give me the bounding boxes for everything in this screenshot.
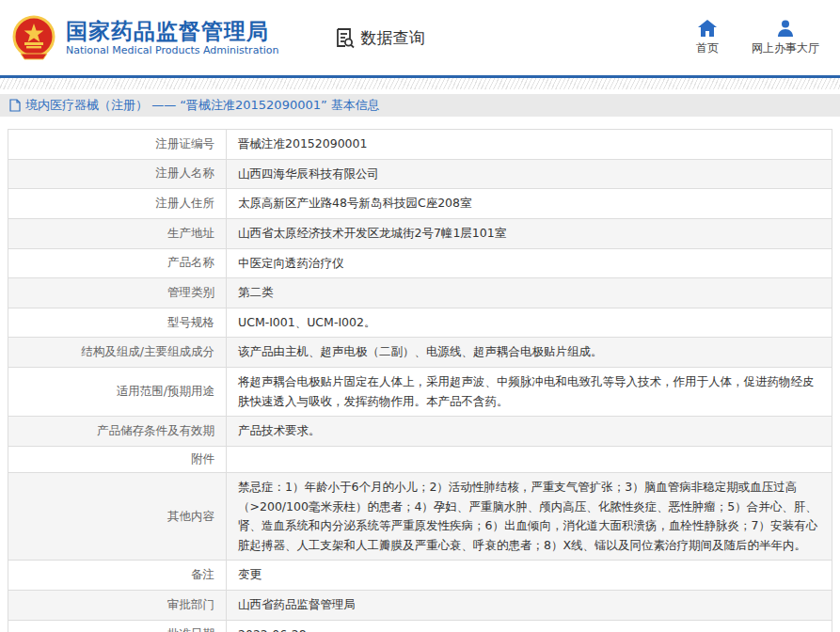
nav-item-service-hall[interactable]: 网上办事大厅 [752,20,819,56]
site-subtitle: National Medical Products Administration [66,44,278,56]
table-row: 批准日期2022-06-28 [8,620,832,632]
row-label: 注册人住所 [8,189,227,219]
table-row: 注册证编号晋械注准20152090001 [8,130,832,160]
breadcrumb-text: 境内医疗器械（注册） —— “晋械注准20152090001” 基本信息 [25,97,380,114]
row-label: 备注 [8,561,227,591]
table-row: 产品储存条件及有效期产品技术要求。 [8,417,832,447]
document-icon [9,99,21,112]
row-value: 太原高新区产业路48号新岛科技园C座208室 [227,189,832,219]
data-query-icon [333,26,356,49]
data-query-label: 数据查询 [360,27,424,49]
site-title: 国家药品监督管理局 [66,19,278,43]
data-query-entry[interactable]: 数据查询 [333,26,424,49]
brand-block: 国家药品监督管理局 National Medical Products Admi… [66,19,278,56]
row-label: 批准日期 [8,620,227,632]
table-row: 产品名称中医定向透药治疗仪 [8,248,832,278]
row-label: 产品名称 [8,248,227,278]
top-nav: 首页 网上办事大厅 [691,20,825,56]
table-row: 附件 [8,446,832,472]
row-value: 中医定向透药治疗仪 [227,248,832,278]
row-value [227,446,832,472]
row-label: 注册人名称 [8,159,227,189]
table-row: 结构及组成/主要组成成分该产品由主机、超声电极（二副）、电源线、超声耦合电极贴片… [8,338,832,368]
table-row: 型号规格UCM-Ⅰ001、UCM-Ⅰ002。 [8,308,832,338]
row-value: 将超声耦合电极贴片固定在人体上，采用超声波、中频脉冲电和电致孔等导入技术，作用于… [227,368,832,417]
user-icon [776,20,795,37]
registration-info-section: 注册证编号晋械注准20152090001注册人名称山西四海华辰科技有限公司注册人… [0,117,840,632]
row-value: 产品技术要求。 [227,417,832,447]
row-value: 第二类 [227,278,832,308]
national-emblem-logo [11,15,56,60]
row-label: 附件 [8,446,227,472]
row-value: 山西省药品监督管理局 [227,591,832,621]
table-row: 管理类别第二类 [8,278,832,308]
table-row: 注册人住所太原高新区产业路48号新岛科技园C座208室 [8,189,832,219]
row-label: 管理类别 [8,278,227,308]
row-value: 2022-06-28 [227,620,832,632]
row-value: 禁忌症：1）年龄小于6个月的小儿；2）活动性肺结核，严重支气管扩张；3）脑血管病… [227,472,832,561]
table-row: 其他内容禁忌症：1）年龄小于6个月的小儿；2）活动性肺结核，严重支气管扩张；3）… [8,472,832,561]
row-label: 注册证编号 [8,130,227,160]
table-row: 备注变更 [8,561,832,591]
table-row: 注册人名称山西四海华辰科技有限公司 [8,159,832,189]
row-label: 结构及组成/主要组成成分 [8,338,227,368]
header-hatch-band [0,78,840,89]
row-value: 晋械注准20152090001 [227,130,832,160]
nav-service-hall-label: 网上办事大厅 [752,40,819,56]
row-value: 山西省太原经济技术开发区龙城街2号7幢1层101室 [227,218,832,248]
nav-home-label: 首页 [696,40,719,56]
table-row: 审批部门山西省药品监督管理局 [8,591,832,621]
row-value: 变更 [227,561,832,591]
nav-item-home[interactable]: 首页 [691,20,723,56]
row-label: 生产地址 [8,218,227,248]
row-value: UCM-Ⅰ001、UCM-Ⅰ002。 [227,308,832,338]
home-icon [698,20,717,37]
row-value: 该产品由主机、超声电极（二副）、电源线、超声耦合电极贴片组成。 [227,338,832,368]
table-row: 适用范围/预期用途将超声耦合电极贴片固定在人体上，采用超声波、中频脉冲电和电致孔… [8,368,832,417]
row-label: 产品储存条件及有效期 [8,417,227,447]
row-label: 适用范围/预期用途 [8,368,227,417]
info-table-body: 注册证编号晋械注准20152090001注册人名称山西四海华辰科技有限公司注册人… [8,130,832,632]
breadcrumb: 境内医疗器械（注册） —— “晋械注准20152090001” 基本信息 [0,94,840,117]
table-row: 生产地址山西省太原经济技术开发区龙城街2号7幢1层101室 [8,218,832,248]
row-label: 其他内容 [8,472,227,561]
site-header: 国家药品监督管理局 National Medical Products Admi… [0,0,840,75]
registration-info-table: 注册证编号晋械注准20152090001注册人名称山西四海华辰科技有限公司注册人… [8,129,832,632]
row-value: 山西四海华辰科技有限公司 [227,159,832,189]
row-label: 审批部门 [8,591,227,621]
row-label: 型号规格 [8,308,227,338]
